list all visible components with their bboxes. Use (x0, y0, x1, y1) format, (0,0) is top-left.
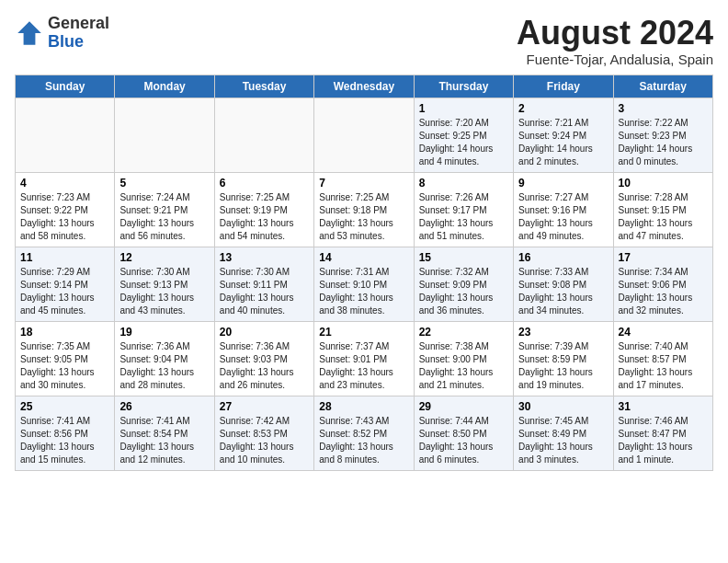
calendar-cell: 17Sunrise: 7:34 AM Sunset: 9:06 PM Dayli… (613, 247, 712, 321)
day-number: 16 (518, 251, 608, 264)
day-header-wednesday: Wednesday (314, 75, 414, 98)
day-header-tuesday: Tuesday (214, 75, 313, 98)
calendar-cell: 14Sunrise: 7:31 AM Sunset: 9:10 PM Dayli… (314, 247, 414, 321)
calendar-cell: 30Sunrise: 7:45 AM Sunset: 8:49 PM Dayli… (514, 396, 613, 470)
day-info: Sunrise: 7:34 AM Sunset: 9:06 PM Dayligh… (619, 266, 708, 317)
day-number: 23 (518, 326, 608, 339)
calendar-cell: 18Sunrise: 7:35 AM Sunset: 9:05 PM Dayli… (16, 321, 115, 396)
day-info: Sunrise: 7:21 AM Sunset: 9:24 PM Dayligh… (518, 117, 608, 168)
calendar-cell (16, 98, 115, 172)
days-header-row: SundayMondayTuesdayWednesdayThursdayFrid… (16, 75, 713, 98)
calendar-cell: 20Sunrise: 7:36 AM Sunset: 9:03 PM Dayli… (214, 321, 313, 396)
day-info: Sunrise: 7:36 AM Sunset: 9:04 PM Dayligh… (119, 340, 209, 392)
day-number: 10 (619, 177, 708, 190)
calendar-cell: 31Sunrise: 7:46 AM Sunset: 8:47 PM Dayli… (613, 396, 712, 470)
calendar-cell: 29Sunrise: 7:44 AM Sunset: 8:50 PM Dayli… (414, 396, 513, 470)
day-number: 20 (220, 326, 309, 339)
calendar-cell: 25Sunrise: 7:41 AM Sunset: 8:56 PM Dayli… (16, 396, 115, 470)
day-number: 1 (419, 102, 508, 115)
day-number: 31 (619, 400, 708, 413)
day-number: 4 (20, 177, 109, 190)
day-number: 25 (20, 400, 109, 413)
calendar-cell: 24Sunrise: 7:40 AM Sunset: 8:57 PM Dayli… (613, 321, 712, 396)
day-number: 26 (119, 400, 209, 413)
day-info: Sunrise: 7:29 AM Sunset: 9:14 PM Dayligh… (20, 266, 109, 317)
week-row-4: 18Sunrise: 7:35 AM Sunset: 9:05 PM Dayli… (16, 321, 713, 396)
day-info: Sunrise: 7:30 AM Sunset: 9:11 PM Dayligh… (220, 266, 309, 317)
day-number: 6 (220, 177, 309, 190)
day-info: Sunrise: 7:25 AM Sunset: 9:18 PM Dayligh… (319, 191, 408, 243)
day-number: 5 (119, 177, 209, 190)
month-year: August 2024 (517, 15, 713, 52)
day-info: Sunrise: 7:42 AM Sunset: 8:53 PM Dayligh… (220, 415, 309, 466)
calendar-cell (115, 98, 214, 172)
day-info: Sunrise: 7:37 AM Sunset: 9:01 PM Dayligh… (319, 340, 408, 392)
day-number: 30 (518, 400, 608, 413)
logo-text: General Blue (48, 15, 109, 52)
calendar-cell: 4Sunrise: 7:23 AM Sunset: 9:22 PM Daylig… (16, 172, 115, 247)
week-row-3: 11Sunrise: 7:29 AM Sunset: 9:14 PM Dayli… (16, 247, 713, 321)
day-number: 29 (419, 400, 508, 413)
day-info: Sunrise: 7:43 AM Sunset: 8:52 PM Dayligh… (319, 415, 408, 466)
calendar-cell: 6Sunrise: 7:25 AM Sunset: 9:19 PM Daylig… (214, 172, 313, 247)
day-number: 12 (119, 251, 209, 264)
calendar-cell: 22Sunrise: 7:38 AM Sunset: 9:00 PM Dayli… (414, 321, 513, 396)
calendar-cell: 2Sunrise: 7:21 AM Sunset: 9:24 PM Daylig… (514, 98, 613, 172)
logo-general: General (48, 15, 109, 33)
calendar-cell: 9Sunrise: 7:27 AM Sunset: 9:16 PM Daylig… (514, 172, 613, 247)
day-info: Sunrise: 7:39 AM Sunset: 8:59 PM Dayligh… (518, 340, 608, 392)
week-row-1: 1Sunrise: 7:20 AM Sunset: 9:25 PM Daylig… (16, 98, 713, 172)
week-row-2: 4Sunrise: 7:23 AM Sunset: 9:22 PM Daylig… (16, 172, 713, 247)
logo-blue: Blue (48, 33, 109, 52)
day-info: Sunrise: 7:32 AM Sunset: 9:09 PM Dayligh… (419, 266, 508, 317)
day-header-saturday: Saturday (613, 75, 712, 98)
calendar-cell: 10Sunrise: 7:28 AM Sunset: 9:15 PM Dayli… (613, 172, 712, 247)
day-info: Sunrise: 7:36 AM Sunset: 9:03 PM Dayligh… (220, 340, 309, 392)
calendar-cell: 11Sunrise: 7:29 AM Sunset: 9:14 PM Dayli… (16, 247, 115, 321)
calendar-cell: 3Sunrise: 7:22 AM Sunset: 9:23 PM Daylig… (613, 98, 712, 172)
day-info: Sunrise: 7:40 AM Sunset: 8:57 PM Dayligh… (619, 340, 708, 392)
day-number: 3 (619, 102, 708, 115)
day-info: Sunrise: 7:46 AM Sunset: 8:47 PM Dayligh… (619, 415, 708, 466)
day-info: Sunrise: 7:20 AM Sunset: 9:25 PM Dayligh… (419, 117, 508, 168)
logo-icon (15, 18, 44, 48)
calendar-cell (314, 98, 414, 172)
day-info: Sunrise: 7:38 AM Sunset: 9:00 PM Dayligh… (419, 340, 508, 392)
day-info: Sunrise: 7:41 AM Sunset: 8:54 PM Dayligh… (119, 415, 209, 466)
day-number: 7 (319, 177, 408, 190)
title-block: August 2024 Fuente-Tojar, Andalusia, Spa… (517, 15, 713, 67)
week-row-5: 25Sunrise: 7:41 AM Sunset: 8:56 PM Dayli… (16, 396, 713, 470)
day-info: Sunrise: 7:44 AM Sunset: 8:50 PM Dayligh… (419, 415, 508, 466)
day-number: 2 (518, 102, 608, 115)
calendar-cell: 15Sunrise: 7:32 AM Sunset: 9:09 PM Dayli… (414, 247, 513, 321)
day-info: Sunrise: 7:45 AM Sunset: 8:49 PM Dayligh… (518, 415, 608, 466)
svg-marker-0 (17, 21, 41, 45)
calendar-cell: 5Sunrise: 7:24 AM Sunset: 9:21 PM Daylig… (115, 172, 214, 247)
calendar-cell: 16Sunrise: 7:33 AM Sunset: 9:08 PM Dayli… (514, 247, 613, 321)
day-info: Sunrise: 7:27 AM Sunset: 9:16 PM Dayligh… (518, 191, 608, 243)
day-number: 11 (20, 251, 109, 264)
day-number: 8 (419, 177, 508, 190)
calendar-table: SundayMondayTuesdayWednesdayThursdayFrid… (15, 75, 713, 471)
calendar-cell: 13Sunrise: 7:30 AM Sunset: 9:11 PM Dayli… (214, 247, 313, 321)
day-number: 27 (220, 400, 309, 413)
day-number: 15 (419, 251, 508, 264)
calendar-cell: 21Sunrise: 7:37 AM Sunset: 9:01 PM Dayli… (314, 321, 414, 396)
day-number: 9 (518, 177, 608, 190)
day-number: 24 (619, 326, 708, 339)
day-info: Sunrise: 7:22 AM Sunset: 9:23 PM Dayligh… (619, 117, 708, 168)
day-info: Sunrise: 7:33 AM Sunset: 9:08 PM Dayligh… (518, 266, 608, 317)
day-info: Sunrise: 7:35 AM Sunset: 9:05 PM Dayligh… (20, 340, 109, 392)
day-header-monday: Monday (115, 75, 214, 98)
day-number: 21 (319, 326, 408, 339)
day-number: 17 (619, 251, 708, 264)
day-info: Sunrise: 7:30 AM Sunset: 9:13 PM Dayligh… (119, 266, 209, 317)
day-info: Sunrise: 7:28 AM Sunset: 9:15 PM Dayligh… (619, 191, 708, 243)
calendar-cell: 26Sunrise: 7:41 AM Sunset: 8:54 PM Dayli… (115, 396, 214, 470)
day-info: Sunrise: 7:23 AM Sunset: 9:22 PM Dayligh… (20, 191, 109, 243)
day-number: 13 (220, 251, 309, 264)
day-header-friday: Friday (514, 75, 613, 98)
day-info: Sunrise: 7:41 AM Sunset: 8:56 PM Dayligh… (20, 415, 109, 466)
day-number: 18 (20, 326, 109, 339)
day-info: Sunrise: 7:31 AM Sunset: 9:10 PM Dayligh… (319, 266, 408, 317)
